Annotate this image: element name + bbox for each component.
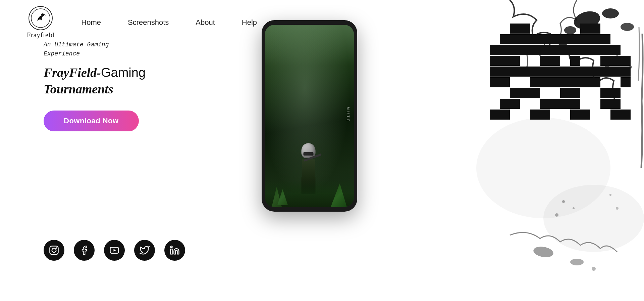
nav-home[interactable]: Home — [81, 18, 101, 27]
svg-rect-90 — [510, 88, 520, 98]
svg-rect-101 — [560, 99, 570, 109]
svg-rect-63 — [600, 56, 610, 66]
svg-rect-98 — [510, 99, 520, 109]
svg-rect-88 — [590, 77, 600, 87]
svg-rect-49 — [540, 45, 550, 55]
svg-rect-58 — [500, 56, 510, 66]
svg-rect-112 — [621, 110, 631, 120]
svg-point-19 — [533, 245, 554, 259]
svg-rect-91 — [520, 88, 530, 98]
svg-rect-53 — [580, 45, 590, 55]
svg-rect-74 — [570, 67, 580, 77]
svg-point-14 — [582, 45, 585, 49]
svg-rect-110 — [580, 110, 590, 120]
svg-point-20 — [570, 259, 584, 265]
svg-rect-66 — [490, 67, 500, 77]
nav-help[interactable]: Help — [242, 18, 257, 27]
svg-marker-6 — [114, 249, 116, 252]
facebook-button[interactable] — [74, 240, 95, 261]
nav-links: Home Screenshots About Help — [81, 18, 257, 27]
svg-rect-59 — [510, 56, 520, 66]
logo-area[interactable]: Frayfield — [27, 6, 54, 39]
svg-rect-96 — [610, 88, 621, 98]
download-button[interactable]: Download Now — [44, 111, 139, 131]
svg-rect-56 — [610, 45, 621, 55]
svg-point-4 — [56, 247, 57, 249]
phone-frame: MUTE — [262, 20, 357, 212]
title-frayfield: FrayField- — [44, 66, 101, 80]
svg-point-21 — [592, 267, 596, 271]
svg-rect-68 — [510, 67, 520, 77]
svg-rect-44 — [490, 45, 500, 55]
youtube-icon — [109, 245, 119, 255]
svg-rect-82 — [530, 77, 540, 87]
svg-point-27 — [609, 194, 611, 196]
background-decoration — [376, 0, 644, 301]
nav-screenshots[interactable]: Screenshots — [128, 18, 169, 27]
svg-rect-87 — [580, 77, 590, 87]
svg-rect-106 — [500, 110, 510, 120]
nav-about[interactable]: About — [196, 18, 215, 27]
linkedin-icon — [170, 245, 180, 255]
svg-point-26 — [555, 213, 558, 217]
svg-rect-109 — [570, 110, 580, 120]
svg-rect-64 — [610, 56, 621, 66]
game-title-label: MUTE — [346, 107, 350, 123]
svg-rect-50 — [550, 45, 560, 55]
svg-rect-54 — [590, 45, 600, 55]
svg-rect-89 — [621, 77, 631, 87]
svg-point-18 — [622, 82, 626, 86]
svg-rect-48 — [530, 45, 540, 55]
twitter-button[interactable] — [134, 240, 155, 261]
logo-text: Frayfield — [27, 31, 54, 39]
linkedin-button[interactable] — [164, 240, 185, 261]
svg-rect-103 — [600, 99, 610, 109]
svg-rect-93 — [560, 88, 570, 98]
svg-rect-76 — [590, 67, 600, 77]
youtube-button[interactable] — [104, 240, 125, 261]
svg-rect-95 — [600, 88, 610, 98]
svg-rect-2 — [50, 246, 58, 255]
phone-mockup: MUTE — [262, 20, 357, 212]
svg-point-22 — [476, 118, 610, 218]
svg-point-3 — [52, 248, 56, 253]
hero-section: An Ultimate Gaming Experience FrayField-… — [44, 40, 146, 131]
svg-point-8 — [171, 246, 172, 248]
title-gaming: Gaming — [101, 66, 146, 80]
svg-rect-97 — [500, 99, 510, 109]
svg-rect-99 — [540, 99, 550, 109]
navbar: Frayfield Home Screenshots About Help — [0, 0, 644, 45]
svg-rect-77 — [600, 67, 610, 77]
svg-point-23 — [543, 185, 644, 252]
svg-rect-86 — [570, 77, 580, 87]
svg-rect-111 — [610, 110, 621, 120]
svg-rect-78 — [610, 67, 621, 77]
svg-point-28 — [616, 207, 619, 210]
svg-point-24 — [562, 200, 565, 203]
logo-icon — [31, 8, 51, 28]
svg-rect-69 — [520, 67, 530, 77]
svg-rect-45 — [500, 45, 510, 55]
svg-rect-71 — [540, 67, 550, 77]
svg-rect-100 — [550, 99, 560, 109]
svg-rect-92 — [530, 88, 540, 98]
instagram-button[interactable] — [44, 240, 64, 261]
svg-rect-102 — [570, 99, 580, 109]
svg-rect-65 — [621, 56, 631, 66]
svg-rect-52 — [570, 45, 580, 55]
svg-rect-55 — [600, 45, 610, 55]
svg-rect-80 — [490, 77, 500, 87]
svg-rect-83 — [540, 77, 550, 87]
svg-rect-104 — [610, 99, 621, 109]
ink-splatter-svg — [376, 0, 644, 301]
social-icons-row — [44, 240, 185, 261]
svg-rect-7 — [171, 249, 172, 254]
phone-screen: MUTE — [265, 25, 354, 207]
svg-rect-75 — [580, 67, 590, 77]
svg-point-15 — [615, 52, 619, 56]
svg-rect-47 — [520, 45, 530, 55]
title-tournaments: Tournaments — [44, 81, 146, 97]
instagram-icon — [49, 245, 59, 255]
facebook-icon — [79, 245, 89, 255]
svg-rect-85 — [560, 77, 570, 87]
